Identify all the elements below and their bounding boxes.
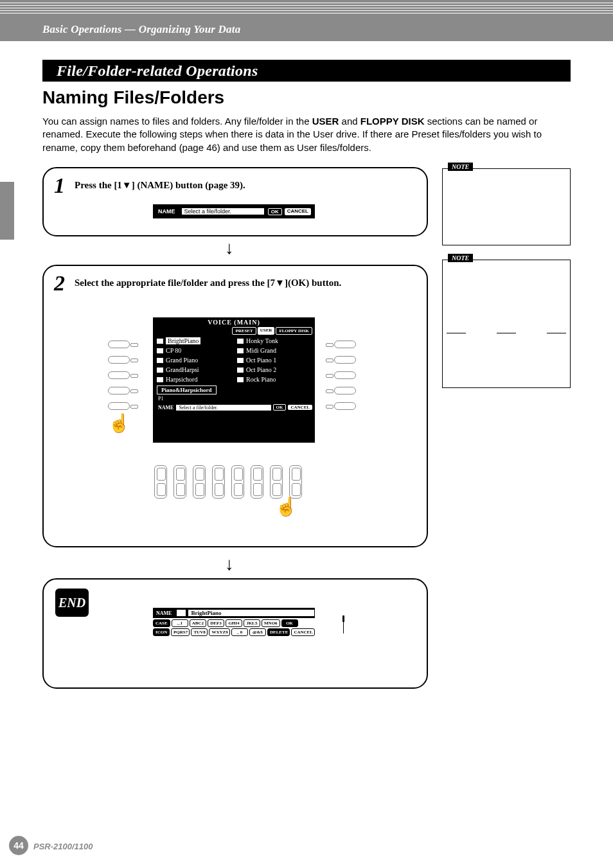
breadcrumb: Basic Operations — Organizing Your Data (0, 19, 613, 36)
toggle-7[interactable] (270, 465, 283, 499)
hw-button-a[interactable] (108, 341, 130, 348)
file-icon (177, 610, 186, 616)
note-label: NOTE (448, 163, 473, 171)
key-ok[interactable]: OK (281, 619, 298, 627)
voice-bottom-field: Select a file/folder. (176, 405, 271, 411)
key-0[interactable]: _ 0 (231, 628, 248, 636)
note-box-1: NOTE (442, 168, 571, 245)
voice-item[interactable]: Midi Grand (237, 347, 311, 354)
voice-item[interactable]: Oct Piano 2 (237, 366, 311, 373)
voice-bottom-cancel[interactable]: CANCEL (288, 405, 312, 410)
voice-icon (237, 348, 244, 353)
key-icon[interactable]: ICON (153, 628, 170, 636)
key-ghi4[interactable]: GHI4 (226, 619, 242, 627)
intro-text-user: USER (312, 116, 339, 127)
lcd-cancel-button[interactable]: CANCEL (285, 208, 311, 215)
note-label: NOTE (448, 254, 473, 262)
voice-item[interactable]: Grand Piano (157, 357, 231, 364)
toggle-2[interactable] (173, 465, 186, 499)
voice-item[interactable]: Oct Piano 1 (237, 357, 311, 364)
voice-icon (157, 368, 163, 373)
step-1-text: Press the [1▼] (NAME) button (page 39). (75, 180, 245, 191)
keypad-name-field[interactable]: BrightPiano (188, 610, 314, 616)
diagram-seg (497, 333, 516, 333)
key-delete[interactable]: DELETE (267, 628, 290, 636)
voice-item[interactable]: BrightPiano (157, 337, 231, 344)
voice-bottom-ok[interactable]: OK (273, 404, 287, 411)
toggle-3[interactable] (193, 465, 206, 499)
step-2-number: 2 (54, 271, 65, 296)
voice-item[interactable]: Honky Tonk (237, 337, 311, 344)
key-1[interactable]: ._1 (172, 619, 188, 627)
voice-main-screen: VOICE (MAIN) PRESET USER FLOPPY DISK Bri… (153, 317, 315, 443)
voice-icon (237, 377, 244, 382)
heading-naming: Naming Files/Folders (42, 87, 224, 108)
key-case[interactable]: CASE (153, 619, 170, 627)
voice-bottom-bar: NAME Select a file/folder. OK CANCEL (155, 403, 312, 412)
hw-buttons-right (334, 341, 356, 410)
voice-item[interactable]: GrandHarpsi (157, 366, 231, 373)
voice-bottom-label: NAME (155, 405, 176, 411)
voice-page-indicator: P1 (158, 396, 315, 402)
hw-button-b[interactable] (108, 356, 130, 364)
key-abc2[interactable]: ABC2 (190, 619, 206, 627)
diagram-seg (447, 333, 466, 333)
section-banner: File/Folder-related Operations (42, 60, 571, 82)
key-symbols[interactable]: @&$ (249, 628, 266, 636)
step-1-box: 1 Press the [1▼] (NAME) button (page 39)… (42, 167, 428, 236)
hw-button-e[interactable] (108, 402, 130, 410)
diagram-seg (547, 333, 566, 333)
step-1-number: 1 (54, 173, 65, 198)
voice-item[interactable]: CP 80 (157, 347, 231, 354)
key-cancel[interactable]: CANCEL (291, 628, 315, 636)
note-2-diagram (443, 312, 570, 337)
hw-buttons-left (108, 341, 130, 410)
voice-icon (237, 368, 244, 373)
hw-button-h[interactable] (334, 371, 356, 379)
hw-button-d[interactable] (108, 387, 130, 394)
tab-floppy[interactable]: FLOPPY DISK (276, 327, 312, 335)
key-wxyz9[interactable]: WXYZ9 (209, 628, 229, 636)
voice-right-col: Honky Tonk Midi Grand Oct Piano 1 Oct Pi… (237, 337, 311, 383)
key-jkl5[interactable]: JKL5 (244, 619, 260, 627)
note-1-body (443, 169, 570, 220)
voice-item[interactable]: Rock Piano (237, 376, 311, 383)
lcd-name-label: NAME (154, 208, 179, 215)
voice-category: Piano&Harpsichord (157, 385, 217, 394)
intro-paragraph: You can assign names to files and folder… (42, 115, 571, 154)
hw-button-c[interactable] (108, 371, 130, 379)
tab-preset[interactable]: PRESET (232, 327, 256, 335)
voice-icon (157, 377, 163, 382)
key-mno6[interactable]: MNO6 (262, 619, 280, 627)
hand-pointer-icon: ☝ (108, 412, 130, 434)
toggle-5[interactable] (231, 465, 244, 499)
toggle-8[interactable] (289, 465, 302, 499)
toggle-6[interactable] (251, 465, 263, 499)
intro-text-floppy: FLOPPY DISK (360, 116, 425, 127)
key-tuv8[interactable]: TUV8 (191, 628, 208, 636)
tab-user[interactable]: USER (258, 327, 275, 335)
footer-model: PSR-2100/1100 (33, 842, 93, 851)
step-end-box: END NAME BrightPiano CASE ._1 ABC2 DEF3 … (42, 578, 428, 689)
voice-tabs: PRESET USER FLOPPY DISK (153, 327, 312, 335)
voice-icon (237, 358, 244, 363)
lcd-ok-button[interactable]: OK (268, 208, 282, 215)
key-def3[interactable]: DEF3 (208, 619, 224, 627)
toggle-1[interactable] (154, 465, 167, 499)
step-2-text: Select the appropriate file/folder and p… (75, 278, 341, 288)
voice-icon (157, 358, 163, 363)
key-pqrs7[interactable]: PQRS7 (171, 628, 190, 636)
hand-pointer-icon-2: ☝ (275, 496, 298, 517)
intro-text-a: You can assign names to files and folder… (42, 116, 312, 127)
hw-button-i[interactable] (334, 387, 356, 394)
voice-item[interactable]: Harpsichord (157, 376, 231, 383)
hw-button-g[interactable] (334, 356, 356, 364)
lcd-name-field: Select a file/folder. (182, 208, 264, 215)
bottom-toggles (154, 465, 302, 499)
intro-text-c: and (339, 116, 360, 127)
toggle-4[interactable] (212, 465, 225, 499)
hw-button-j[interactable] (334, 402, 356, 410)
hw-button-f[interactable] (334, 341, 356, 348)
voice-icon (157, 339, 163, 344)
page-number: 44 (9, 836, 28, 855)
